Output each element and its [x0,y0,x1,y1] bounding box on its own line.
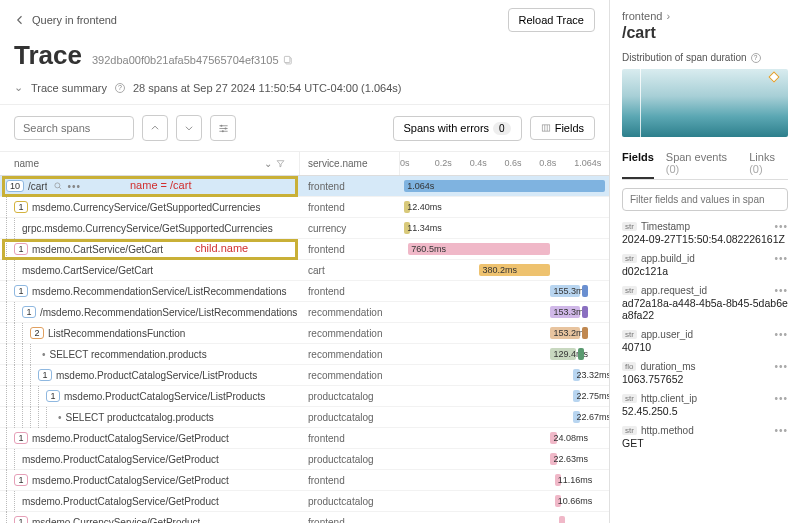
child-count-badge[interactable]: 1 [38,369,52,381]
span-row[interactable]: 2ListRecommendationsFunctionrecommendati… [0,323,609,344]
spans-with-errors-button[interactable]: Spans with errors 0 [393,116,522,141]
span-timeline: 24.08ms [400,428,609,449]
span-row[interactable]: 1/msdemo.RecommendationService/ListRecom… [0,302,609,323]
child-count-badge[interactable]: 1 [14,474,28,486]
duration-histogram[interactable] [622,69,788,137]
span-service: productcatalog [300,391,400,402]
more-icon[interactable]: ••• [774,285,788,296]
span-row[interactable]: msdemo.ProductCatalogService/GetProductp… [0,449,609,470]
span-name-cell: 1msdemo.ProductCatalogService/ListProduc… [0,386,300,407]
summary-label: Trace summary [31,82,107,94]
more-icon[interactable]: ••• [774,221,788,232]
search-icon[interactable] [53,181,63,191]
child-count-badge[interactable]: 1 [14,432,28,444]
more-icon[interactable]: ••• [774,253,788,264]
field-row[interactable]: strTimestamp2024-09-27T15:50:54.08222616… [622,221,788,245]
more-icon[interactable]: ••• [774,361,788,372]
column-name[interactable]: name [14,158,39,169]
field-row[interactable]: floduration_ms1063.757652••• [622,361,788,385]
field-key: app.user_id [641,329,693,340]
fields-button[interactable]: Fields [530,116,595,140]
field-list: strTimestamp2024-09-27T15:50:54.08222616… [622,221,788,513]
field-row[interactable]: strhttp.client_ip52.45.250.5••• [622,393,788,417]
span-name: /cart [28,181,47,192]
span-row[interactable]: •SELECT recommendation.productsrecommend… [0,344,609,365]
span-timeline: 22.67ms [400,407,609,428]
span-timeline: 129.4ms [400,344,609,365]
span-row[interactable]: 10/cart•••frontend1.064s [0,176,609,197]
arrow-left-icon [14,14,26,26]
span-row[interactable]: msdemo.CartService/GetCartcart380.2ms [0,260,609,281]
span-name: /msdemo.RecommendationService/ListRecomm… [40,307,297,318]
settings-button[interactable] [210,115,236,141]
span-row[interactable]: 1msdemo.ProductCatalogService/GetProduct… [0,428,609,449]
field-row[interactable]: strapp.build_idd02c121a••• [622,253,788,277]
span-name-cell: msdemo.ProductCatalogService/GetProduct [0,491,300,512]
child-count-badge[interactable]: 1 [14,285,28,297]
field-value: ad72a18a-a448-4b5a-8b45-5dab6ea8fa22 [622,297,788,321]
tab-links[interactable]: Links (0) [749,147,788,179]
span-service: frontend [300,475,400,486]
span-service: frontend [300,202,400,213]
chevron-down-icon[interactable]: ⌄ [14,81,23,94]
annotation-child-name: child.name [195,242,248,254]
duration-bar: 12.40ms [404,201,410,213]
svg-point-2 [220,124,222,126]
span-row[interactable]: 1msdemo.ProductCatalogService/GetProduct… [0,470,609,491]
tab-fields[interactable]: Fields [622,147,654,179]
span-rows: name = /cart child.name 10/cart•••fronte… [0,176,609,523]
more-icon[interactable]: ••• [67,181,81,192]
span-row[interactable]: 1msdemo.CurrencyService/GetSupportedCurr… [0,197,609,218]
span-name: grpc.msdemo.CurrencyService/GetSupported… [22,223,273,234]
reload-trace-button[interactable]: Reload Trace [508,8,595,32]
duration-bar: 1.064s [404,180,605,192]
span-row[interactable]: msdemo.ProductCatalogService/GetProductp… [0,491,609,512]
next-result-button[interactable] [176,115,202,141]
child-count-badge[interactable]: 2 [30,327,44,339]
more-icon[interactable]: ••• [774,329,788,340]
child-count-badge[interactable]: 1 [22,306,36,318]
span-row[interactable]: 1msdemo.CurrencyService/GetProductfronte… [0,512,609,523]
child-count-badge[interactable]: 10 [6,180,24,192]
span-name: SELECT productcatalog.products [66,412,214,423]
span-timeline: 11.16ms [400,470,609,491]
duration-bar: 23.32ms [573,369,579,381]
child-count-badge[interactable]: 1 [14,516,28,523]
child-count-badge[interactable]: 1 [14,201,28,213]
field-key: http.method [641,425,694,436]
span-service: frontend [300,433,400,444]
child-count-badge[interactable]: 1 [14,243,28,255]
leaf-dot-icon: • [42,349,46,360]
more-icon[interactable]: ••• [774,393,788,404]
field-row[interactable]: strapp.request_idad72a18a-a448-4b5a-8b45… [622,285,788,321]
copy-icon[interactable] [283,55,294,66]
span-row[interactable]: grpc.msdemo.CurrencyService/GetSupported… [0,218,609,239]
filter-fields-input[interactable] [622,188,788,211]
span-row[interactable]: •SELECT productcatalog.productsproductca… [0,407,609,428]
span-row[interactable]: 1msdemo.RecommendationService/ListRecomm… [0,281,609,302]
info-icon[interactable]: ? [115,83,125,93]
search-spans-input[interactable] [14,116,134,140]
sort-icon[interactable]: ⌄ [264,158,272,169]
filter-icon[interactable] [276,159,285,168]
info-icon[interactable]: ? [751,53,761,63]
more-icon[interactable]: ••• [774,425,788,436]
field-key: http.client_ip [641,393,697,404]
child-count-badge[interactable]: 1 [46,390,60,402]
time-tick: 0.2s [435,158,470,169]
span-name: msdemo.CurrencyService/GetSupportedCurre… [32,202,260,213]
table-header: name ⌄ service.name 0s0.2s0.4s0.6s0.8s1.… [0,152,609,176]
breadcrumb[interactable]: frontend › [622,10,788,22]
prev-result-button[interactable] [142,115,168,141]
field-key: Timestamp [641,221,690,232]
span-row[interactable]: 1msdemo.ProductCatalogService/ListProduc… [0,365,609,386]
chevron-down-icon [184,123,194,133]
tab-span-events[interactable]: Span events (0) [666,147,737,179]
field-row[interactable]: strhttp.methodGET••• [622,425,788,449]
span-row[interactable]: 1msdemo.ProductCatalogService/ListProduc… [0,386,609,407]
column-service[interactable]: service.name [300,152,400,175]
span-row[interactable]: 1msdemo.CartService/GetCartfrontend760.5… [0,239,609,260]
span-name: msdemo.ProductCatalogService/GetProduct [32,433,229,444]
back-link[interactable]: Query in frontend [14,14,117,26]
field-row[interactable]: strapp.user_id40710••• [622,329,788,353]
